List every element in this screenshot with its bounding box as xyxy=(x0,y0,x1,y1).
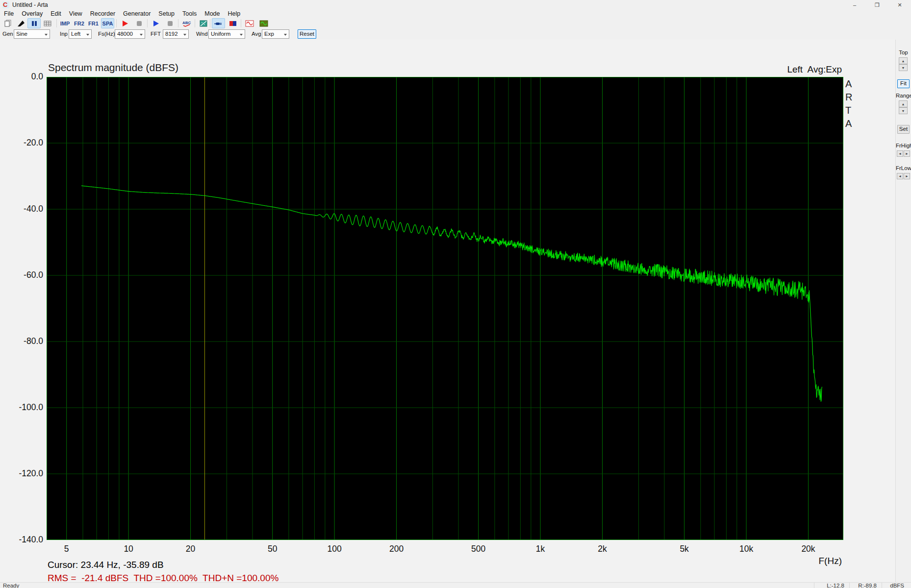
menu-mode[interactable]: Mode xyxy=(201,10,224,18)
arrow-down-icon: ▼ xyxy=(902,66,905,70)
stop-gray-icon xyxy=(135,20,144,27)
menu-recorder[interactable]: Recorder xyxy=(86,10,119,18)
labels-button[interactable]: ABC xyxy=(180,18,193,28)
frhigh-left-button[interactable]: ◄ xyxy=(897,150,903,157)
reset-button[interactable]: Reset xyxy=(298,29,316,39)
wnd-label: Wnd xyxy=(196,31,208,37)
play-red-icon xyxy=(121,20,129,27)
status-unit: dBFS xyxy=(882,583,907,588)
arrow-left-icon: ◄ xyxy=(898,174,902,178)
fs-select[interactable]: 48000 xyxy=(115,29,145,39)
x-axis-tick-label: 10k xyxy=(729,544,763,554)
set-button[interactable]: Set xyxy=(897,125,910,134)
y-axis-tick-label: -120.0 xyxy=(4,468,43,479)
y-axis-tick-label: -20.0 xyxy=(4,138,43,148)
abc-icon: ABC xyxy=(182,20,192,27)
plug-icon xyxy=(214,20,223,27)
signal-wave-button[interactable] xyxy=(243,18,256,28)
menu-tools[interactable]: Tools xyxy=(178,10,201,18)
grid-view-button[interactable] xyxy=(41,18,54,28)
avg-select[interactable]: Exp xyxy=(262,29,289,39)
generator-stop-button[interactable] xyxy=(163,18,177,28)
wave-green-icon xyxy=(259,20,268,27)
fft-label: FFT xyxy=(151,31,161,37)
x-axis-tick-label: 500 xyxy=(461,544,496,554)
status-right-level: R:-89.8 xyxy=(849,583,880,588)
wnd-select[interactable]: Uniform xyxy=(208,29,245,39)
menu-overlay[interactable]: Overlay xyxy=(18,10,47,18)
status-ready: Ready xyxy=(3,583,19,588)
audio-device-button[interactable] xyxy=(212,18,225,28)
x-axis-tick-label: 1k xyxy=(523,544,557,554)
frhigh-right-button[interactable]: ► xyxy=(904,150,910,157)
menu-view[interactable]: View xyxy=(65,10,86,18)
x-axis-unit-label: F(Hz) xyxy=(735,556,842,566)
toolbar-separator xyxy=(210,19,210,27)
top-label: Top xyxy=(896,49,911,55)
y-axis-tick-label: -100.0 xyxy=(4,402,43,413)
menu-setup[interactable]: Setup xyxy=(154,10,178,18)
pause-button[interactable] xyxy=(27,18,41,28)
imp-mode-button[interactable]: IMP xyxy=(58,18,72,28)
record-start-button[interactable] xyxy=(118,18,131,28)
y-axis-tick-label: -40.0 xyxy=(4,204,43,214)
x-axis-tick-label: 2k xyxy=(585,544,620,554)
top-up-button[interactable]: ▲ xyxy=(899,57,908,64)
menu-edit[interactable]: Edit xyxy=(47,10,65,18)
fft-select[interactable]: 8192 xyxy=(163,29,189,39)
arrow-right-icon: ► xyxy=(905,152,909,155)
x-axis-tick-label: 100 xyxy=(317,544,352,554)
restore-button[interactable]: ❐ xyxy=(866,0,888,10)
scale-tool-button[interactable] xyxy=(197,18,210,28)
spectrum-wave-button[interactable] xyxy=(257,18,270,28)
spa-mode-button[interactable]: SPA xyxy=(101,18,114,28)
close-button[interactable]: ✕ xyxy=(888,0,911,10)
fr1-mode-button[interactable]: FR1 xyxy=(87,18,100,28)
fit-button[interactable]: Fit xyxy=(897,79,910,88)
toolbar-separator xyxy=(147,19,148,27)
arrow-left-icon: ◄ xyxy=(898,152,902,155)
x-axis-tick-label: 20 xyxy=(174,544,208,554)
chart-area: Spectrum magnitude (dBFS) Left Avg:Exp F… xyxy=(0,40,911,582)
fr2-mode-button[interactable]: FR2 xyxy=(73,18,86,28)
level-meter-button[interactable] xyxy=(226,18,239,28)
menu-generator[interactable]: Generator xyxy=(119,10,154,18)
frlow-right-button[interactable]: ► xyxy=(904,173,910,179)
chart-legend: Left Avg:Exp xyxy=(686,64,842,75)
chevron-down-icon xyxy=(240,34,243,36)
range-up-button[interactable]: ▲ xyxy=(899,100,908,107)
new-document-icon xyxy=(3,20,12,27)
status-bar: Ready L:-12.8 R:-89.8 dBFS xyxy=(0,582,911,588)
cursor-readout: Cursor: 23.44 Hz, -35.89 dB xyxy=(48,560,164,570)
new-document-button[interactable] xyxy=(1,18,14,28)
chevron-down-icon xyxy=(86,34,89,36)
wave-red-icon xyxy=(245,20,254,27)
menu-file[interactable]: File xyxy=(0,10,18,18)
x-axis-tick-label: 200 xyxy=(380,544,414,554)
stop-gray-icon xyxy=(166,20,175,27)
record-stop-button[interactable] xyxy=(132,18,146,28)
spectrum-plot[interactable] xyxy=(47,77,843,540)
range-label: Range xyxy=(896,93,911,98)
gen-select[interactable]: Sine xyxy=(14,29,50,39)
toolbar-separator xyxy=(178,19,178,27)
menu-help[interactable]: Help xyxy=(224,10,245,18)
y-axis-tick-label: -60.0 xyxy=(4,270,43,280)
inp-select[interactable]: Left xyxy=(69,29,92,39)
frlow-left-button[interactable]: ◄ xyxy=(897,173,903,179)
chevron-down-icon xyxy=(45,34,48,36)
gen-label: Gen xyxy=(2,31,13,37)
minimize-button[interactable]: – xyxy=(843,0,866,10)
arta-watermark: A R T A xyxy=(845,77,852,130)
top-down-button[interactable]: ▼ xyxy=(899,64,908,71)
y-axis-tick-label: -80.0 xyxy=(4,336,43,346)
chevron-down-icon xyxy=(183,34,186,36)
arrow-up-icon: ▲ xyxy=(902,59,905,63)
generator-start-button[interactable] xyxy=(149,18,162,28)
range-down-button[interactable]: ▼ xyxy=(899,107,908,114)
title-bar: C Untitled - Arta – ❐ ✕ xyxy=(0,0,911,10)
right-control-panel: Top ▲ ▼ Fit Range ▲ ▼ Set FrHigh ◄ ► FrL… xyxy=(896,40,911,582)
x-axis-tick-label: 10 xyxy=(111,544,146,554)
pen-tool-button[interactable] xyxy=(14,18,27,28)
grid-icon xyxy=(43,20,52,27)
